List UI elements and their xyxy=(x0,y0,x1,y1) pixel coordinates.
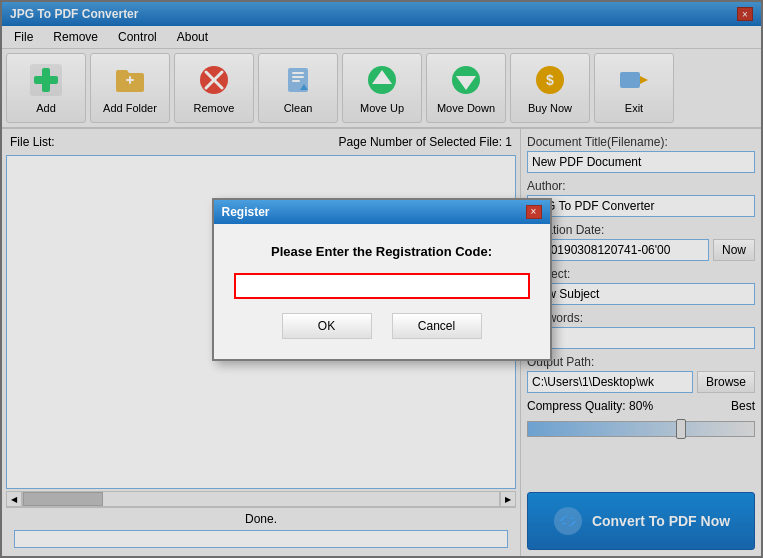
dialog-overlay: Register × Please Enter the Registration… xyxy=(0,0,763,558)
dialog-title: Register xyxy=(222,205,270,219)
dialog-body: Please Enter the Registration Code: OK C… xyxy=(214,224,550,359)
dialog-buttons: OK Cancel xyxy=(282,313,482,339)
dialog-close-button[interactable]: × xyxy=(526,205,542,219)
registration-code-input[interactable] xyxy=(234,273,530,299)
dialog-ok-button[interactable]: OK xyxy=(282,313,372,339)
register-dialog: Register × Please Enter the Registration… xyxy=(212,198,552,361)
dialog-cancel-button[interactable]: Cancel xyxy=(392,313,482,339)
dialog-message: Please Enter the Registration Code: xyxy=(271,244,492,259)
dialog-title-bar: Register × xyxy=(214,200,550,224)
